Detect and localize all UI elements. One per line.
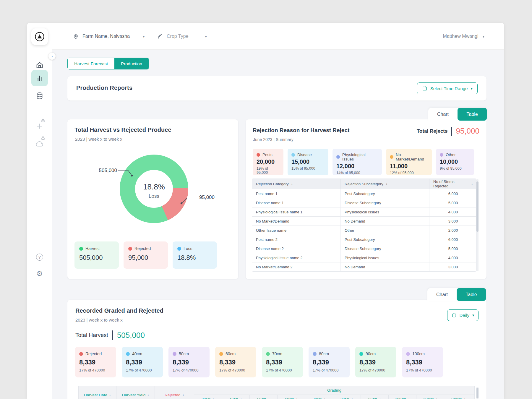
rejection-table: Rejection Category↓ Rejection Subcategor… [252, 179, 476, 272]
toggle-table-button[interactable]: Table [458, 108, 487, 121]
crop-type-selector[interactable]: Crop Type ▾ [157, 23, 207, 50]
user-menu[interactable]: Matthew Mwangi ▾ [443, 23, 484, 50]
app-logo[interactable] [31, 28, 48, 45]
total-rejects: Total Rejects 95,000 [417, 126, 479, 136]
sort-icon: ↓ [109, 393, 111, 397]
sidebar-item-cloud[interactable] [27, 140, 52, 148]
sort-icon: ↓ [386, 182, 387, 186]
bar-chart-icon [35, 74, 44, 82]
header-harvest-yield[interactable]: Harvest Yield↓ [116, 386, 155, 399]
header-grading-50cm[interactable]: 50cm↓ [250, 395, 278, 399]
select-time-range-label: Select Time Range [430, 86, 468, 91]
no-market-dot-icon [390, 155, 393, 159]
total-rejects-value: 95,000 [456, 126, 479, 136]
header-grading-120cm[interactable]: 120cm↓ [444, 395, 472, 399]
header-grading-110cm[interactable]: 110cm↓ [416, 395, 444, 399]
table-scrollbar[interactable] [476, 387, 479, 399]
scrollbar-thumb[interactable] [476, 388, 479, 398]
callout-rejected-value: 95,000 [199, 194, 215, 200]
sort-icon: ↓ [147, 393, 149, 397]
lock-icon [41, 118, 45, 123]
header-grading-60cm[interactable]: 60cm↓ [278, 395, 305, 399]
table-row: Physiological Issue name 2Physiological … [252, 253, 476, 262]
total-harvest-value: 505,000 [117, 331, 145, 340]
location-pin-icon [73, 33, 79, 40]
help-icon: ? [36, 254, 43, 261]
app-window: › [27, 23, 504, 399]
sidebar-item-help[interactable]: ? [27, 254, 52, 261]
chevron-right-icon: › [51, 54, 53, 59]
toggle-table-button[interactable]: Table [457, 288, 486, 301]
scrollbar-thumb[interactable] [476, 181, 479, 232]
table-row: Other Issue nameOther2,000 [252, 226, 476, 235]
donut-legend: Harvest 505,000 Rejected 95,000 Loss 18.… [74, 241, 217, 269]
60cm-dot-icon [219, 352, 223, 356]
sidebar-item-settings[interactable]: ⚙ [27, 270, 52, 277]
recorded-graded-card: Recorded Graded and Rejected 2023 | week… [67, 300, 486, 399]
grading-column-group: Grading 30cm↓ 40cm↓ 50cm↓ 60cm↓ 70cm↓ 80… [194, 386, 474, 399]
feather-icon [157, 33, 163, 39]
card-title: Total Harvest vs Rejected Produce [74, 126, 171, 133]
40cm-dot-icon [126, 352, 130, 356]
table-row: Disease name 1Disease Subcategory5,000 [252, 198, 476, 207]
rejection-table-header: Rejection Category↓ Rejection Subcategor… [252, 179, 476, 189]
graded-table: Harvest Date↓ Harvest Yield↓ Rejected↓ G… [78, 386, 475, 399]
sidebar-item-database[interactable] [27, 92, 52, 100]
period-select-button[interactable]: Daily ▾ [447, 309, 479, 321]
tab-harvest-forecast[interactable]: Harvest Forecast [68, 58, 114, 69]
tab-production[interactable]: Production [114, 58, 149, 69]
cloud-icon [35, 140, 44, 148]
sidebar-expand-button[interactable]: › [48, 53, 56, 60]
legend-chip-loss: Loss 18.8% [173, 241, 217, 269]
header-grading-90cm[interactable]: 90cm↓ [361, 395, 389, 399]
calendar-icon [422, 86, 427, 91]
90cm-dot-icon [359, 352, 363, 356]
toggle-chart-button[interactable]: Chart [427, 288, 457, 301]
table-scrollbar[interactable] [476, 179, 479, 271]
chip-80cm: 80cm 8,33917% of 470000 [309, 347, 350, 377]
table-row: Physiological Issue name 1Physiological … [252, 207, 476, 216]
main-content: Harvest Forecast Production Production R… [52, 50, 504, 399]
header-harvest-date[interactable]: Harvest Date↓ [79, 386, 116, 399]
chip-100cm: 100cm 8,33917% of 470000 [402, 347, 443, 377]
chip-disease: Disease 15,00015% of 95,000 [288, 149, 328, 175]
lock-icon [41, 136, 45, 140]
header-grading-40cm[interactable]: 40cm↓ [222, 395, 250, 399]
toggle-chart-button[interactable]: Chart [428, 108, 458, 121]
divider [451, 127, 452, 136]
farm-selector[interactable]: Farm Name, Naivasha ▾ [73, 23, 145, 50]
card-subtitle: June 2023 | Summary [253, 137, 293, 142]
sidebar-item-reports[interactable] [31, 70, 48, 86]
grading-summary-chips: Rejected 8,33917% of 470000 40cm 8,33917… [75, 347, 443, 377]
sort-icon: ↓ [182, 393, 184, 397]
period-label: Daily [460, 313, 469, 318]
select-time-range-button[interactable]: Select Time Range ▾ [417, 82, 478, 94]
view-tabs: Harvest Forecast Production [67, 58, 149, 69]
grading-group-label: Grading [194, 386, 474, 395]
chevron-down-icon: ▾ [472, 313, 474, 317]
header-grading-70cm[interactable]: 70cm↓ [305, 395, 333, 399]
sidebar-item-add[interactable] [27, 122, 52, 130]
mountain-logo-icon [34, 31, 46, 43]
calendar-icon [452, 313, 457, 318]
chevron-down-icon: ▾ [143, 34, 145, 39]
header-grading-30cm[interactable]: 30cm↓ [194, 395, 222, 399]
header-rejection-subcategory[interactable]: Rejection Subcategory↓ [341, 179, 429, 189]
callout-harvest-value: 505,000 [88, 168, 117, 173]
rejected-dot-icon [79, 352, 83, 356]
header-grading-80cm[interactable]: 80cm↓ [333, 395, 361, 399]
card-title: Recorded Graded and Rejected [75, 307, 163, 314]
50cm-dot-icon [173, 352, 176, 356]
header-rejected[interactable]: Rejected↓ [155, 386, 194, 399]
header-grading-100cm[interactable]: 100cm↓ [389, 395, 416, 399]
divider [112, 330, 113, 340]
header-rejection-category[interactable]: Rejection Category↓ [252, 179, 341, 189]
database-icon [35, 92, 44, 100]
total-rejects-label: Total Rejects [417, 128, 448, 134]
chip-physiological: Physiological Issues 12,00014% of 95,000 [332, 149, 382, 175]
sidebar-item-home[interactable] [27, 61, 52, 69]
header-stems-rejected[interactable]: No of Stems Rejected↓ [429, 179, 476, 189]
harvest-dot-icon [79, 247, 83, 251]
total-harvest-label: Total Harvest [75, 332, 108, 338]
add-icon [36, 122, 43, 130]
